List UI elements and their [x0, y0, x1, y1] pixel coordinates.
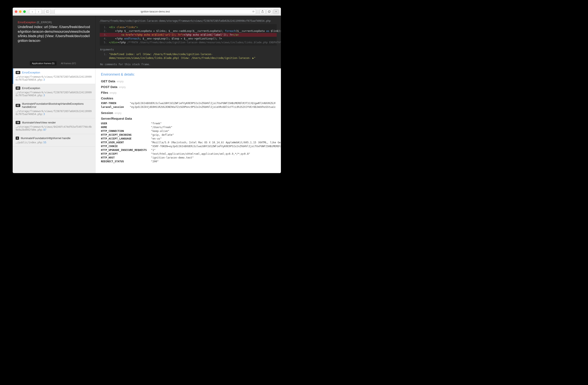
frame-path: …/storage/framework/views/f238787285fa6b… — [16, 75, 92, 81]
get-data-title: GET Data empty — [101, 79, 275, 83]
files-label: Files — [101, 91, 108, 94]
kv-key: HTTP_USER_AGENT — [101, 141, 151, 144]
line-number: 3. — [102, 33, 107, 37]
stack-frame[interactable]: 63ErrorException…/storage/framework/view… — [13, 84, 95, 100]
post-data-empty: empty — [119, 86, 126, 89]
arg-value: "Undefined index: url (View: /Users/free… — [109, 52, 274, 60]
frame-title: Illuminate\Foundation\Http\Kernel handle — [21, 137, 71, 140]
kv-value: "eyJpdiI6IkVjdG9HS1R2UGJENEhKaTZzSG9Penc… — [130, 105, 275, 109]
svg-rect-3 — [269, 11, 271, 12]
frame-index-badge: 62 — [16, 104, 20, 107]
code-line: 5.</div><?php /**PATH /Users/freek/dev/c… — [100, 41, 277, 44]
kv-row: REDIRECT_STATUS"200" — [101, 160, 281, 163]
error-band: ErrorException (E_ERROR) Undefined index… — [13, 16, 281, 68]
kv-value: "en-us" — [151, 137, 281, 141]
frame-path: …/storage/framework/views/f238787285fa6b… — [16, 110, 92, 116]
stack-frame[interactable]: 1Illuminate\Foundation\Http\Kernel handl… — [13, 134, 95, 147]
svg-rect-2 — [268, 11, 270, 13]
code-text: <?php endforeach; $__env->popLoop(); $lo… — [109, 37, 222, 41]
session-title: Session empty — [101, 111, 275, 115]
frame-index-badge: 63 — [16, 86, 20, 90]
kv-value: "freek" — [151, 122, 281, 125]
stack-frames-list[interactable]: 66ErrorException…/storage/framework/view… — [13, 68, 95, 173]
kv-row: USER"freek" — [101, 122, 281, 125]
env-heading: Environment & details: — [101, 73, 275, 76]
stack-frame[interactable]: 66ErrorException…/storage/framework/view… — [13, 68, 95, 84]
frame-title: ErrorException — [22, 71, 40, 74]
post-data-label: POST Data — [101, 85, 117, 89]
tabs-icon — [268, 10, 271, 13]
server-title: Server/Request Data — [101, 117, 275, 120]
toolbar-right: + — [260, 9, 279, 14]
kv-value: "gzip, deflate" — [151, 133, 281, 137]
kv-row: HTTP_HOST"ignition-laracon-demo.test" — [101, 156, 281, 160]
forward-button[interactable]: › — [36, 9, 42, 14]
code-line: 1.<div class="links"> — [100, 25, 277, 29]
new-tab-button[interactable]: + — [273, 9, 279, 14]
window-controls — [15, 10, 26, 13]
kv-row: HTTP_ACCEPT"text/html,application/xhtml+… — [101, 152, 281, 156]
code-block: 1.<div class="links">2. <?php $__current… — [100, 24, 277, 46]
kv-row: laravel_session"eyJpdiI6IkVjdG9HS1R2UGJE… — [101, 105, 275, 109]
back-button[interactable]: ‹ — [29, 9, 36, 14]
kv-key: XSRF-TOKEN — [101, 101, 130, 105]
frame-index-badge: 1 — [16, 137, 19, 140]
post-data-title: POST Data empty — [101, 85, 275, 89]
chevron-right-icon: › — [38, 10, 39, 13]
sidebar-toggle-button[interactable] — [44, 9, 51, 14]
page-content: ErrorException (E_ERROR) Undefined index… — [13, 16, 281, 173]
frame-path: …/public/index.php:55 — [16, 141, 92, 144]
kv-row: HTTP_ACCEPT_LANGUAGE"en-us" — [101, 137, 281, 141]
kv-row: HTTP_USER_AGENT"Mozilla/5.0 (Macintosh; … — [101, 141, 281, 144]
kv-value: "keep-alive" — [151, 129, 281, 133]
kv-key: HTTP_UPGRADE_INSECURE_REQUESTS — [101, 148, 151, 152]
share-button[interactable] — [260, 9, 265, 14]
kv-value: "200" — [151, 160, 281, 163]
code-text: <a href="<?php echo e($link['url']); ?>"… — [109, 33, 239, 37]
kv-value: "XSRF-TOKEN=eyJpdiI6InBXUERiSzlwa2dHY2d1… — [151, 144, 281, 148]
server-table: USER"freek"HOME"/Users/freek"HTTP_CONNEC… — [101, 122, 281, 163]
frame-index-badge: 66 — [16, 71, 20, 74]
no-comments-text: No comments for this stack frame. — [100, 63, 277, 66]
get-data-empty: empty — [117, 80, 124, 83]
cookies-table: XSRF-TOKEN"eyJpdiI6InBXUERiSzlwa2dHY2d1Z… — [101, 101, 275, 109]
kv-key: HTTP_COOKIE — [101, 144, 151, 148]
app-frames-toggle[interactable]: Application frames (5) — [30, 61, 57, 65]
line-number: 1. — [102, 25, 107, 29]
frame-title: Illuminate\Foundation\Bootstrap\HandleEx… — [22, 102, 92, 108]
stack-frame[interactable]: 56Illuminate\View\View render…/storage/f… — [13, 118, 95, 134]
cookies-title: Cookies — [101, 97, 275, 100]
kv-key: HTTP_HOST — [101, 156, 151, 160]
code-text: <div class="links"> — [109, 25, 138, 29]
tabs-button[interactable] — [267, 9, 272, 14]
kv-value: "text/html,application/xhtml+xml,applica… — [151, 152, 281, 156]
kv-value: "1" — [151, 148, 281, 152]
maximize-icon[interactable] — [23, 10, 26, 13]
files-title: Files empty — [101, 91, 275, 94]
kv-key: laravel_session — [101, 105, 130, 109]
line-number: 4. — [102, 37, 107, 41]
minimize-icon[interactable] — [19, 10, 21, 13]
kv-row: HTTP_COOKIE"XSRF-TOKEN=eyJpdiI6InBXUERiS… — [101, 144, 281, 148]
kv-value: "ignition-laracon-demo.test" — [151, 156, 281, 160]
address-bar[interactable]: ignition-laracon-demo.test ⟳ — [55, 9, 256, 14]
code-line: 3. <a href="<?php echo e($link['url']); … — [100, 33, 277, 37]
kv-key: HTTP_CONNECTION — [101, 129, 151, 133]
url-text: ignition-laracon-demo.test — [141, 10, 170, 13]
stack-frame[interactable]: 62Illuminate\Foundation\Bootstrap\Handle… — [13, 100, 95, 118]
all-frames-toggle[interactable]: All frames (67) — [59, 61, 78, 65]
kv-row: HTTP_UPGRADE_INSECURE_REQUESTS"1" — [101, 148, 281, 152]
kv-value: "Mozilla/5.0 (Macintosh; Intel Mac OS X … — [151, 141, 281, 144]
exception-class-name: ErrorException — [18, 21, 36, 24]
kv-key: HTTP_ACCEPT_LANGUAGE — [101, 137, 151, 141]
frame-path: …/storage/framework/views/84246fc474df63… — [16, 125, 92, 131]
session-empty: empty — [115, 112, 122, 115]
kv-key: HTTP_ACCEPT — [101, 152, 151, 156]
get-data-label: GET Data — [101, 79, 115, 83]
env-details[interactable]: Environment & details: GET Data empty PO… — [95, 68, 281, 173]
titlebar: ‹ › ignition-laracon-demo.test ⟳ + — [13, 8, 281, 16]
close-icon[interactable] — [15, 10, 17, 13]
arg-index: 1. — [102, 52, 107, 60]
code-panel: /Users/freek/dev/code/ignition-laracon-d… — [95, 16, 281, 68]
reload-icon[interactable]: ⟳ — [252, 10, 254, 13]
